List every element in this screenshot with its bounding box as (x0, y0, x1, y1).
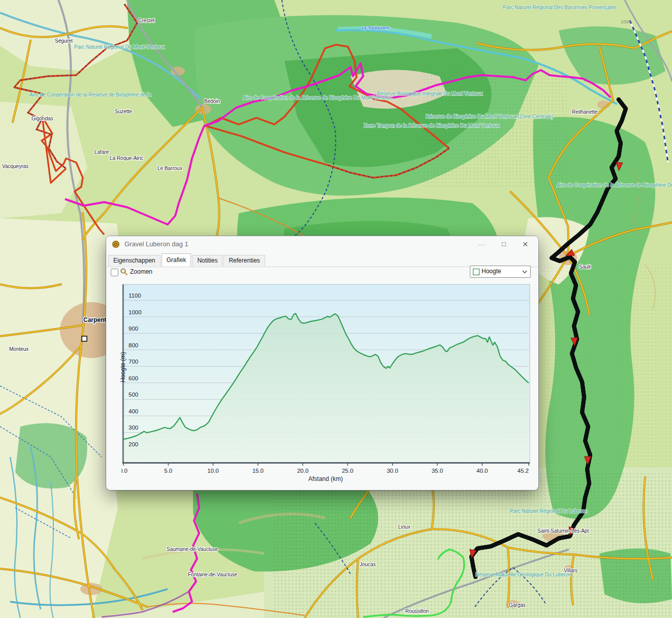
map-town-label: Vacqueyras (2, 164, 28, 169)
tab-eigenschappen[interactable]: Eigenschappen (108, 255, 161, 266)
map-town-label: Sault (579, 264, 591, 270)
map-town-label: Gargas (509, 602, 526, 608)
map-town-label: Séguret (55, 38, 73, 44)
tab-referenties[interactable]: Referenties (223, 255, 265, 266)
zoom-label: Zoomen (130, 268, 152, 275)
map-contour-label: 1000 (621, 19, 631, 24)
y-tick-label: 300 (129, 425, 138, 431)
close-button[interactable]: ✕ (515, 236, 535, 252)
map-town-label: Lioux (398, 524, 410, 530)
y-tick-label: 200 (129, 441, 138, 447)
map-town-label: Roussillon (405, 608, 429, 614)
x-tick-label: 15.0 (252, 468, 264, 474)
map-region-label: Réserve Biologique Intégrale Du Mont Ven… (377, 91, 483, 96)
app-window: Parc Naturel Régional Des Baronnies Prov… (0, 0, 672, 618)
maximize-button[interactable]: □ (494, 236, 514, 252)
y-tick-label: 500 (129, 392, 138, 398)
x-tick-label: 35.0 (432, 468, 443, 474)
dialog-title: Gravel Luberon dag 1 (124, 240, 188, 248)
map-region-label: Parc Naturel Régional Du Luberon (510, 508, 588, 514)
x-tick-label: 25.0 (342, 468, 353, 474)
elevation-chart[interactable]: Hoogte (m) 20030040050060070080090010001… (121, 283, 533, 486)
y-tick-label: 400 (129, 408, 138, 414)
map-region-label: Aire de Coopération de la Réserve de Bio… (557, 182, 672, 188)
series-dropdown[interactable]: Hoogte (470, 266, 531, 278)
x-tick-label: 45.2 (518, 468, 529, 474)
map-region-label: Parc Naturel Régional Du Mont-Ventoux (74, 44, 165, 50)
map-town-label: Le Barroux (157, 166, 182, 171)
y-tick-label: 800 (129, 342, 138, 348)
map-town-label: Saint-Saturnin-Lès-Apt (537, 528, 589, 534)
map-town-label: Saumane-de-Vaucluse (167, 546, 218, 552)
map-water-label: Le Toulourenc (362, 25, 391, 30)
x-tick-label: 30.0 (387, 468, 398, 474)
x-axis-title: Afstand (km) (121, 475, 530, 482)
map-town-label: Fontaine-de-Vaucluse (188, 572, 238, 577)
map-town-label: Bédoin (204, 99, 220, 104)
track-icon (112, 240, 120, 248)
map-town-label: Reilhanette (572, 109, 598, 115)
x-tick-label: 20.0 (297, 468, 308, 474)
map-region-label: Réserve de Biosphère Du Mont Ventoux (Zo… (426, 114, 553, 119)
minimize-button[interactable]: — (471, 236, 492, 252)
x-tick-label: 5.0 (164, 468, 172, 474)
x-tick-label: 40.0 (476, 468, 488, 474)
map-town-label: Gigondas (31, 116, 53, 121)
map-region-label: Parc Naturel Régional Des Baronnies Prov… (503, 5, 617, 10)
tab-grafiek[interactable]: Grafiek (162, 253, 191, 267)
zoom-checkbox[interactable] (111, 269, 118, 276)
map-town-label: Joucas (360, 562, 376, 567)
map-town-label: Villars (564, 568, 578, 573)
series-dropdown-value: Hoogte (482, 268, 501, 275)
map-region-label: Aire de Coopération de la Réserve de Bio… (29, 92, 151, 97)
tab-notities[interactable]: Notities (192, 255, 222, 266)
contour-labels: 1000 (621, 19, 631, 24)
map-region-label: Aire de Coopération de la Réserve de Bio… (243, 95, 393, 101)
y-tick-label: 1100 (129, 292, 141, 299)
x-tick-label: 0.0 (121, 468, 127, 474)
track-properties-dialog: Gravel Luberon dag 1 — □ ✕ Eigenschappen… (106, 236, 538, 490)
series-color-swatch (473, 269, 479, 275)
magnifier-icon (120, 268, 128, 276)
chevron-down-icon (522, 270, 527, 274)
y-tick-label: 1000 (129, 309, 142, 315)
tab-bar: Eigenschappen Grafiek Notities Referenti… (108, 254, 266, 266)
map-town-label: Suzette (115, 109, 132, 114)
y-axis-title: Hoogte (m) (119, 345, 126, 389)
x-tick-label: 10.0 (207, 468, 218, 474)
map-town-label: La Roque-Alric (110, 155, 143, 161)
map-region-label: Zone Tampon de la Réserve de Biosphère D… (364, 123, 499, 128)
y-tick-label: 900 (129, 326, 138, 332)
water-labels: Le Toulourenc (362, 25, 391, 30)
dialog-titlebar[interactable]: Gravel Luberon dag 1 — □ ✕ (106, 236, 538, 253)
waypoint-marker[interactable] (82, 336, 87, 341)
map-region-label: Réserve Naturelle Géologique Du Luberon (475, 572, 571, 577)
map-town-label: Monteux (9, 346, 28, 352)
map-town-label: Crestet (138, 18, 154, 23)
chart-plot[interactable]: 20030040050060070080090010001100 0.05.01… (121, 283, 533, 475)
y-tick-label: 700 (129, 359, 138, 365)
map-town-label: Lafare (94, 149, 109, 155)
y-tick-label: 600 (129, 375, 138, 381)
